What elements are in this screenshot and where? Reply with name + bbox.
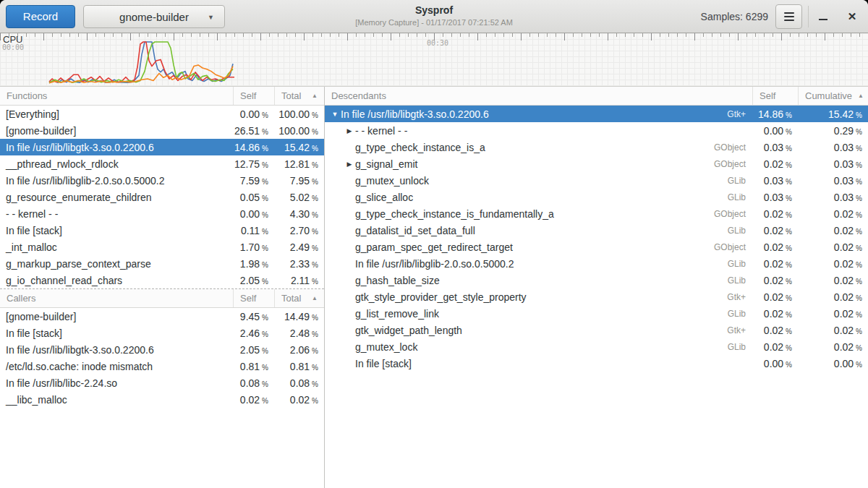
function-row[interactable]: g_markup_parse_context_parse1.98%2.33% — [0, 255, 324, 272]
total-value: 14.49% — [274, 311, 324, 322]
record-button[interactable]: Record — [6, 5, 75, 28]
descendant-row[interactable]: g_type_check_instance_is_aGObject0.03%0.… — [325, 139, 868, 155]
self-value: 0.02% — [752, 158, 798, 170]
self-value: 0.02% — [752, 208, 798, 220]
descendant-row[interactable]: g_mutex_lockGLib0.02%0.02% — [325, 338, 868, 355]
caller-row[interactable]: /etc/ld.so.cache: inode mismatch0.81%0.8… — [0, 358, 324, 374]
callers-column-header[interactable]: Callers — [0, 289, 233, 307]
total-value: 0.03% — [798, 192, 868, 203]
sysprof-window: Record gnome-builder ▼ Sysprof [Memory C… — [0, 0, 868, 488]
descendant-name-cell: g_signal_emit — [355, 158, 714, 170]
expander-expanded-icon[interactable]: ▼ — [329, 111, 341, 118]
function-row[interactable]: _int_malloc1.70%2.49% — [0, 239, 324, 255]
time-label-start: 00:00 — [2, 43, 24, 51]
total-value: 2.33% — [274, 258, 324, 270]
descendants-column-header[interactable]: Descendants — [325, 87, 752, 105]
self-value: 2.46% — [233, 328, 274, 339]
time-label-mid: 00:30 — [427, 39, 448, 47]
descendant-row[interactable]: g_hash_table_sizeGLib0.02%0.02% — [325, 272, 868, 288]
window-title: Sysprof — [355, 4, 513, 16]
function-row[interactable]: [Everything]0.00%100.00% — [0, 106, 324, 122]
close-button[interactable]: ✕ — [841, 4, 864, 29]
function-row[interactable]: In file /usr/lib/libgtk-3.so.0.2200.614.… — [0, 139, 324, 155]
descendant-row[interactable]: ▶g_signal_emitGObject0.02%0.03% — [325, 155, 868, 172]
expander-collapsed-icon[interactable]: ▶ — [344, 127, 355, 134]
total-value: 0.29% — [798, 125, 868, 137]
self-value: 0.00% — [752, 358, 798, 369]
descendant-name-cell: In file /usr/lib/libgtk-3.so.0.2200.6 — [341, 108, 727, 120]
descendant-row[interactable]: g_slice_allocGLib0.03%0.03% — [325, 189, 868, 205]
cumulative-column-header[interactable]: Cumulative▲ — [798, 87, 868, 105]
cpu-timeline-graph[interactable]: CPU 00:00 00:30 — [0, 33, 868, 87]
descendant-row[interactable]: gtk_style_provider_get_style_propertyGtk… — [325, 288, 868, 305]
total-value: 2.48% — [274, 328, 324, 339]
functions-section: Functions Self Total▲ [Everything]0.00%1… — [0, 87, 324, 288]
descendant-name-cell: gtk_widget_path_length — [355, 325, 727, 336]
menu-button[interactable] — [775, 4, 802, 29]
total-value: 0.03% — [798, 175, 868, 187]
descendant-name-cell: gtk_style_provider_get_style_property — [355, 291, 727, 303]
chevron-down-icon: ▼ — [208, 14, 214, 21]
functions-table-body: [Everything]0.00%100.00%[gnome-builder]2… — [0, 106, 324, 288]
total-value: 0.02% — [798, 208, 868, 220]
callers-table-body: [gnome-builder]9.45%14.49%In file [stack… — [0, 308, 324, 408]
descendant-name-cell: g_type_check_instance_is_a — [355, 142, 714, 153]
self-value: 0.03% — [752, 192, 798, 203]
function-row[interactable]: __pthread_rwlock_rdlock12.75%12.81% — [0, 155, 324, 172]
category-label: GObject — [714, 159, 752, 169]
category-label: GLib — [728, 275, 752, 286]
expander-collapsed-icon[interactable]: ▶ — [344, 160, 355, 168]
descendant-row[interactable]: g_list_remove_linkGLib0.02%0.02% — [325, 305, 868, 322]
caller-row[interactable]: __libc_malloc0.02%0.02% — [0, 391, 324, 408]
caller-row[interactable]: In file [stack]2.46%2.48% — [0, 325, 324, 341]
self-value: 12.75% — [233, 158, 274, 170]
callers-section: Callers Self Total▲ [gnome-builder]9.45%… — [0, 288, 324, 408]
descendant-row[interactable]: g_mutex_unlockGLib0.03%0.03% — [325, 172, 868, 189]
self-column-header[interactable]: Self — [752, 87, 798, 105]
descendant-name-cell: - - kernel - - — [355, 125, 746, 137]
function-name-cell: g_markup_parse_context_parse — [0, 258, 233, 270]
function-name-cell: In file /usr/lib/libgtk-3.so.0.2200.6 — [0, 142, 233, 153]
total-column-header[interactable]: Total▲ — [274, 289, 324, 307]
descendant-row[interactable]: g_param_spec_get_redirect_targetGObject0… — [325, 239, 868, 255]
sort-ascending-icon: ▲ — [852, 93, 864, 99]
function-row[interactable]: g_io_channel_read_chars2.05%2.11% — [0, 272, 324, 288]
descendants-table-body: ▼In file /usr/lib/libgtk-3.so.0.2200.6Gt… — [325, 106, 868, 372]
functions-column-header[interactable]: Functions — [0, 87, 233, 105]
category-label: GLib — [728, 226, 752, 236]
caller-row[interactable]: In file /usr/lib/libc-2.24.so0.08%0.08% — [0, 374, 324, 391]
self-value: 0.02% — [752, 291, 798, 303]
descendant-row[interactable]: In file /usr/lib/libglib-2.0.so.0.5000.2… — [325, 255, 868, 272]
process-selector-dropdown[interactable]: gnome-builder ▼ — [83, 5, 225, 28]
caller-row[interactable]: [gnome-builder]9.45%14.49% — [0, 308, 324, 325]
self-value: 9.45% — [233, 311, 274, 322]
self-column-header[interactable]: Self — [233, 87, 274, 105]
category-label: GObject — [714, 209, 752, 219]
total-value: 100.00% — [274, 108, 324, 120]
self-value: 2.05% — [233, 344, 274, 356]
descendant-row[interactable]: In file [stack]0.00%0.00% — [325, 355, 868, 372]
self-value: 0.02% — [752, 308, 798, 320]
minimize-button[interactable] — [812, 4, 835, 29]
descendant-name-cell: g_param_spec_get_redirect_target — [355, 241, 714, 253]
self-column-header[interactable]: Self — [233, 289, 274, 307]
function-row[interactable]: In file [stack]0.11%2.70% — [0, 222, 324, 239]
descendant-row[interactable]: gtk_widget_path_lengthGtk+0.02%0.02% — [325, 322, 868, 338]
caller-row[interactable]: In file /usr/lib/libgtk-3.so.0.2200.62.0… — [0, 341, 324, 358]
descendant-row[interactable]: g_datalist_id_set_data_fullGLib0.02%0.02… — [325, 222, 868, 239]
total-value: 0.81% — [274, 361, 324, 372]
total-value: 0.00% — [798, 358, 868, 369]
function-row[interactable]: - - kernel - -0.00%4.30% — [0, 205, 324, 222]
descendant-row[interactable]: g_type_check_instance_is_fundamentally_a… — [325, 205, 868, 222]
descendant-row[interactable]: ▼In file /usr/lib/libgtk-3.so.0.2200.6Gt… — [325, 106, 868, 122]
self-value: 14.86% — [233, 142, 274, 153]
function-row[interactable]: [gnome-builder]26.51%100.00% — [0, 122, 324, 139]
total-value: 2.49% — [274, 241, 324, 253]
function-row[interactable]: In file /usr/lib/libglib-2.0.so.0.5000.2… — [0, 172, 324, 189]
self-value: 0.00% — [752, 125, 798, 137]
descendant-row[interactable]: ▶- - kernel - -0.00%0.29% — [325, 122, 868, 139]
self-value: 7.59% — [233, 175, 274, 187]
total-column-header[interactable]: Total▲ — [274, 87, 324, 105]
self-value: 0.00% — [233, 208, 274, 220]
function-row[interactable]: g_resource_enumerate_children0.05%5.02% — [0, 189, 324, 205]
